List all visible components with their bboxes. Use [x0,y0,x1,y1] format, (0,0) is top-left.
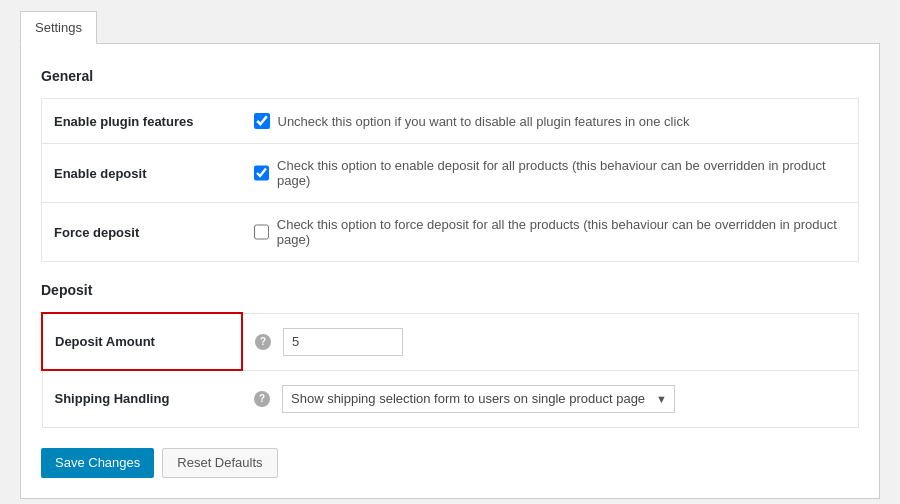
table-row: Deposit Amount ? [42,313,859,370]
shipping-handling-help-icon[interactable]: ? [254,391,270,407]
table-row: Force deposit Check this option to force… [42,203,859,262]
deposit-section-heading: Deposit [41,282,859,298]
shipping-handling-value: ? Show shipping selection form to users … [242,370,859,427]
enable-deposit-checkbox-label[interactable]: Check this option to enable deposit for … [254,158,847,188]
enable-deposit-label: Enable deposit [42,144,242,203]
force-deposit-value: Check this option to force deposit for a… [242,203,859,262]
general-table: Enable plugin features Uncheck this opti… [41,98,859,262]
enable-deposit-description: Check this option to enable deposit for … [277,158,846,188]
table-row: Enable plugin features Uncheck this opti… [42,99,859,144]
force-deposit-checkbox-label[interactable]: Check this option to force deposit for a… [254,217,847,247]
deposit-amount-row: ? [255,328,846,356]
deposit-amount-label: Deposit Amount [42,313,242,370]
enable-plugin-description: Uncheck this option if you want to disab… [278,114,690,129]
page-wrapper: Settings General Enable plugin features … [0,0,900,504]
force-deposit-description: Check this option to force deposit for a… [277,217,846,247]
table-row: Enable deposit Check this option to enab… [42,144,859,203]
shipping-handling-label: Shipping Handling [42,370,242,427]
enable-deposit-value: Check this option to enable deposit for … [242,144,859,203]
tab-settings[interactable]: Settings [20,11,97,44]
deposit-table: Deposit Amount ? Shipping Handling ? [41,312,859,428]
force-deposit-label: Force deposit [42,203,242,262]
enable-plugin-label: Enable plugin features [42,99,242,144]
table-row: Shipping Handling ? Show shipping select… [42,370,859,427]
enable-plugin-checkbox[interactable] [254,113,270,129]
general-section-heading: General [41,68,859,84]
settings-card: General Enable plugin features Uncheck t… [20,43,880,499]
save-changes-button[interactable]: Save Changes [41,448,154,478]
tabs-bar: Settings [20,10,880,43]
reset-defaults-button[interactable]: Reset Defaults [162,448,277,478]
shipping-handling-select-wrapper: Show shipping selection form to users on… [282,385,675,413]
enable-plugin-checkbox-label[interactable]: Uncheck this option if you want to disab… [254,113,847,129]
deposit-amount-value: ? [242,313,859,370]
shipping-handling-row: ? Show shipping selection form to users … [254,385,846,413]
shipping-handling-select[interactable]: Show shipping selection form to users on… [282,385,675,413]
enable-deposit-checkbox[interactable] [254,165,270,181]
buttons-row: Save Changes Reset Defaults [41,448,859,478]
force-deposit-checkbox[interactable] [254,224,269,240]
deposit-amount-input[interactable] [283,328,403,356]
deposit-amount-help-icon[interactable]: ? [255,334,271,350]
enable-plugin-value: Uncheck this option if you want to disab… [242,99,859,144]
